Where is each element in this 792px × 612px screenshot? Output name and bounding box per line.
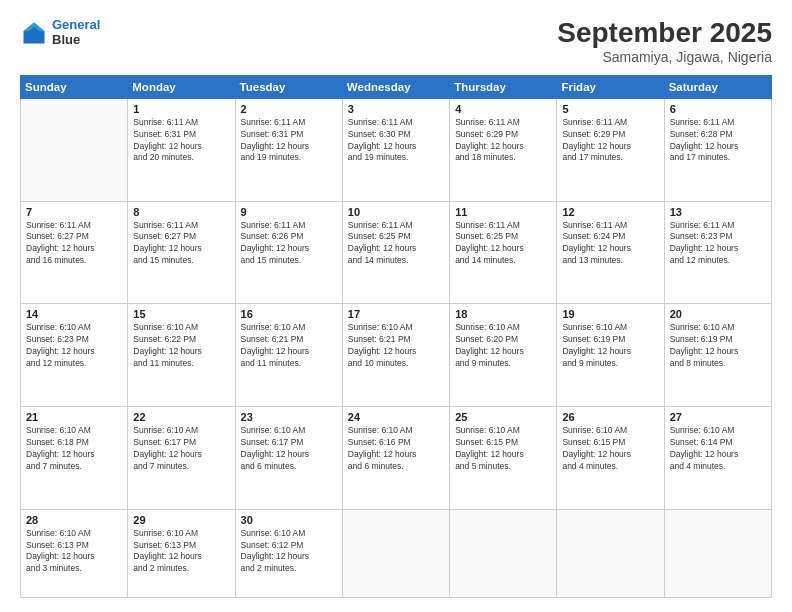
calendar-cell: [664, 509, 771, 597]
day-info: Sunrise: 6:11 AM Sunset: 6:31 PM Dayligh…: [241, 117, 337, 165]
day-number: 29: [133, 514, 229, 526]
day-info: Sunrise: 6:11 AM Sunset: 6:27 PM Dayligh…: [26, 220, 122, 268]
day-info: Sunrise: 6:10 AM Sunset: 6:18 PM Dayligh…: [26, 425, 122, 473]
calendar-cell: 19Sunrise: 6:10 AM Sunset: 6:19 PM Dayli…: [557, 304, 664, 407]
location-subtitle: Samamiya, Jigawa, Nigeria: [557, 49, 772, 65]
calendar-cell: 26Sunrise: 6:10 AM Sunset: 6:15 PM Dayli…: [557, 406, 664, 509]
calendar-cell: [21, 98, 128, 201]
day-number: 3: [348, 103, 444, 115]
col-sunday: Sunday: [21, 75, 128, 98]
logo-text: General Blue: [52, 18, 100, 48]
calendar-cell: 25Sunrise: 6:10 AM Sunset: 6:15 PM Dayli…: [450, 406, 557, 509]
calendar-cell: 8Sunrise: 6:11 AM Sunset: 6:27 PM Daylig…: [128, 201, 235, 304]
calendar-cell: 7Sunrise: 6:11 AM Sunset: 6:27 PM Daylig…: [21, 201, 128, 304]
calendar-week-5: 28Sunrise: 6:10 AM Sunset: 6:13 PM Dayli…: [21, 509, 772, 597]
day-info: Sunrise: 6:10 AM Sunset: 6:19 PM Dayligh…: [562, 322, 658, 370]
day-number: 19: [562, 308, 658, 320]
day-number: 15: [133, 308, 229, 320]
day-number: 24: [348, 411, 444, 423]
col-thursday: Thursday: [450, 75, 557, 98]
day-number: 7: [26, 206, 122, 218]
calendar-cell: 29Sunrise: 6:10 AM Sunset: 6:13 PM Dayli…: [128, 509, 235, 597]
day-number: 27: [670, 411, 766, 423]
calendar-cell: 5Sunrise: 6:11 AM Sunset: 6:29 PM Daylig…: [557, 98, 664, 201]
day-number: 1: [133, 103, 229, 115]
col-tuesday: Tuesday: [235, 75, 342, 98]
day-number: 2: [241, 103, 337, 115]
calendar-cell: 14Sunrise: 6:10 AM Sunset: 6:23 PM Dayli…: [21, 304, 128, 407]
title-block: September 2025 Samamiya, Jigawa, Nigeria: [557, 18, 772, 65]
calendar-header: Sunday Monday Tuesday Wednesday Thursday…: [21, 75, 772, 98]
calendar-cell: 6Sunrise: 6:11 AM Sunset: 6:28 PM Daylig…: [664, 98, 771, 201]
calendar-cell: 9Sunrise: 6:11 AM Sunset: 6:26 PM Daylig…: [235, 201, 342, 304]
calendar-cell: 30Sunrise: 6:10 AM Sunset: 6:12 PM Dayli…: [235, 509, 342, 597]
calendar-cell: 11Sunrise: 6:11 AM Sunset: 6:25 PM Dayli…: [450, 201, 557, 304]
day-number: 22: [133, 411, 229, 423]
day-info: Sunrise: 6:10 AM Sunset: 6:17 PM Dayligh…: [241, 425, 337, 473]
col-saturday: Saturday: [664, 75, 771, 98]
day-number: 4: [455, 103, 551, 115]
day-number: 9: [241, 206, 337, 218]
calendar-cell: 18Sunrise: 6:10 AM Sunset: 6:20 PM Dayli…: [450, 304, 557, 407]
day-number: 21: [26, 411, 122, 423]
calendar-week-1: 1Sunrise: 6:11 AM Sunset: 6:31 PM Daylig…: [21, 98, 772, 201]
day-info: Sunrise: 6:10 AM Sunset: 6:13 PM Dayligh…: [26, 528, 122, 576]
day-info: Sunrise: 6:11 AM Sunset: 6:28 PM Dayligh…: [670, 117, 766, 165]
day-info: Sunrise: 6:10 AM Sunset: 6:14 PM Dayligh…: [670, 425, 766, 473]
day-number: 30: [241, 514, 337, 526]
day-info: Sunrise: 6:11 AM Sunset: 6:30 PM Dayligh…: [348, 117, 444, 165]
day-info: Sunrise: 6:11 AM Sunset: 6:29 PM Dayligh…: [562, 117, 658, 165]
calendar-cell: 27Sunrise: 6:10 AM Sunset: 6:14 PM Dayli…: [664, 406, 771, 509]
day-number: 17: [348, 308, 444, 320]
calendar-cell: [342, 509, 449, 597]
day-info: Sunrise: 6:10 AM Sunset: 6:15 PM Dayligh…: [455, 425, 551, 473]
day-info: Sunrise: 6:10 AM Sunset: 6:16 PM Dayligh…: [348, 425, 444, 473]
day-number: 5: [562, 103, 658, 115]
day-number: 12: [562, 206, 658, 218]
calendar-cell: 2Sunrise: 6:11 AM Sunset: 6:31 PM Daylig…: [235, 98, 342, 201]
day-info: Sunrise: 6:11 AM Sunset: 6:23 PM Dayligh…: [670, 220, 766, 268]
day-info: Sunrise: 6:11 AM Sunset: 6:27 PM Dayligh…: [133, 220, 229, 268]
calendar-cell: 23Sunrise: 6:10 AM Sunset: 6:17 PM Dayli…: [235, 406, 342, 509]
calendar-cell: 20Sunrise: 6:10 AM Sunset: 6:19 PM Dayli…: [664, 304, 771, 407]
calendar-cell: 4Sunrise: 6:11 AM Sunset: 6:29 PM Daylig…: [450, 98, 557, 201]
calendar-cell: 12Sunrise: 6:11 AM Sunset: 6:24 PM Dayli…: [557, 201, 664, 304]
logo-line2: Blue: [52, 33, 100, 48]
calendar-cell: [450, 509, 557, 597]
day-number: 28: [26, 514, 122, 526]
logo-icon: [20, 19, 48, 47]
calendar-cell: 15Sunrise: 6:10 AM Sunset: 6:22 PM Dayli…: [128, 304, 235, 407]
day-info: Sunrise: 6:11 AM Sunset: 6:25 PM Dayligh…: [455, 220, 551, 268]
day-number: 13: [670, 206, 766, 218]
day-info: Sunrise: 6:10 AM Sunset: 6:20 PM Dayligh…: [455, 322, 551, 370]
page: General Blue September 2025 Samamiya, Ji…: [0, 0, 792, 612]
header-row: Sunday Monday Tuesday Wednesday Thursday…: [21, 75, 772, 98]
day-number: 11: [455, 206, 551, 218]
calendar-cell: 21Sunrise: 6:10 AM Sunset: 6:18 PM Dayli…: [21, 406, 128, 509]
calendar-cell: 1Sunrise: 6:11 AM Sunset: 6:31 PM Daylig…: [128, 98, 235, 201]
day-info: Sunrise: 6:11 AM Sunset: 6:24 PM Dayligh…: [562, 220, 658, 268]
day-info: Sunrise: 6:10 AM Sunset: 6:22 PM Dayligh…: [133, 322, 229, 370]
day-number: 25: [455, 411, 551, 423]
calendar-cell: 13Sunrise: 6:11 AM Sunset: 6:23 PM Dayli…: [664, 201, 771, 304]
calendar-cell: 24Sunrise: 6:10 AM Sunset: 6:16 PM Dayli…: [342, 406, 449, 509]
calendar-cell: [557, 509, 664, 597]
col-friday: Friday: [557, 75, 664, 98]
calendar-cell: 28Sunrise: 6:10 AM Sunset: 6:13 PM Dayli…: [21, 509, 128, 597]
day-info: Sunrise: 6:10 AM Sunset: 6:12 PM Dayligh…: [241, 528, 337, 576]
calendar-body: 1Sunrise: 6:11 AM Sunset: 6:31 PM Daylig…: [21, 98, 772, 597]
calendar-cell: 3Sunrise: 6:11 AM Sunset: 6:30 PM Daylig…: [342, 98, 449, 201]
calendar-cell: 17Sunrise: 6:10 AM Sunset: 6:21 PM Dayli…: [342, 304, 449, 407]
day-info: Sunrise: 6:10 AM Sunset: 6:17 PM Dayligh…: [133, 425, 229, 473]
day-number: 23: [241, 411, 337, 423]
day-info: Sunrise: 6:11 AM Sunset: 6:25 PM Dayligh…: [348, 220, 444, 268]
day-number: 8: [133, 206, 229, 218]
day-info: Sunrise: 6:11 AM Sunset: 6:31 PM Dayligh…: [133, 117, 229, 165]
calendar-week-4: 21Sunrise: 6:10 AM Sunset: 6:18 PM Dayli…: [21, 406, 772, 509]
calendar-cell: 22Sunrise: 6:10 AM Sunset: 6:17 PM Dayli…: [128, 406, 235, 509]
day-info: Sunrise: 6:10 AM Sunset: 6:19 PM Dayligh…: [670, 322, 766, 370]
day-info: Sunrise: 6:10 AM Sunset: 6:15 PM Dayligh…: [562, 425, 658, 473]
calendar-table: Sunday Monday Tuesday Wednesday Thursday…: [20, 75, 772, 598]
calendar-cell: 10Sunrise: 6:11 AM Sunset: 6:25 PM Dayli…: [342, 201, 449, 304]
day-info: Sunrise: 6:10 AM Sunset: 6:21 PM Dayligh…: [241, 322, 337, 370]
